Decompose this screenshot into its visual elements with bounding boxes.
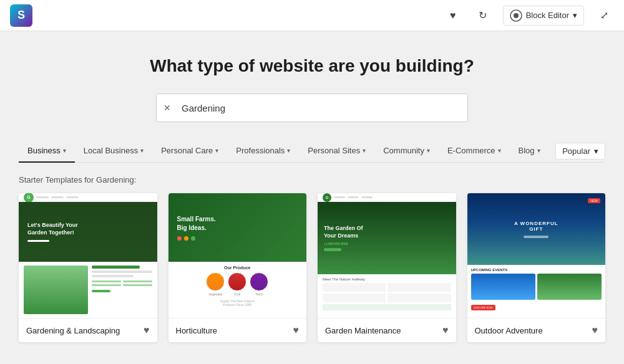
tab-business[interactable]: Business ▾ [19,140,75,163]
mock-hero-text-3: The Garden OfYour Dreams [324,225,363,239]
mock-hero-text-4: A WONDERFULGIFT [514,221,558,232]
template-thumbnail-4: NEW A WONDERFULGIFT UPCOMING EVENTS EXPL… [467,193,606,318]
template-card-2[interactable]: Small Farms.Big Ideas. Our Produce [168,193,307,342]
svg-point-1 [514,13,519,18]
chevron-down-icon: ▾ [573,11,577,20]
external-link-button[interactable]: ⤢ [594,6,614,26]
chevron-down-icon: ▾ [363,147,366,154]
chevron-down-icon: ▾ [537,147,540,154]
search-container: ✕ [156,93,468,122]
sort-dropdown[interactable]: Popular ▾ [555,143,605,160]
template-name-3: Garden Maintenance [325,326,401,335]
search-clear-button[interactable]: ✕ [163,103,171,113]
starter-templates-label: Starter Templates for Gardening: [19,175,605,184]
main-content: What type of website are you building? ✕… [0,31,624,355]
template-card-2-footer: Horticulture ♥ [168,318,307,342]
mock-navbar: G [19,193,157,202]
external-link-icon: ⤢ [600,9,608,21]
chevron-down-icon: ▾ [287,147,290,154]
template-card-4[interactable]: NEW A WONDERFULGIFT UPCOMING EVENTS EXPL… [467,193,606,342]
tab-personal-care[interactable]: Personal Care ▾ [152,140,227,163]
template-card-4-footer: Outdoor Adventure ♥ [467,318,606,342]
topbar: S ♥ ↻ Block Editor ▾ ⤢ [0,0,624,31]
template-thumbnail-3: G The Garden OfYour Dreams +1-800-555-80… [318,193,456,318]
template-card-3-footer: Garden Maintenance ♥ [318,318,456,342]
tab-local-business[interactable]: Local Business ▾ [75,140,152,163]
tab-personal-sites-label: Personal Sites [308,146,360,155]
tab-business-label: Business [27,146,61,155]
heart-icon: ♥ [450,10,456,21]
sort-chevron-icon: ▾ [594,146,598,156]
clear-icon: ✕ [163,103,171,113]
app-logo[interactable]: S [10,4,32,27]
mock-hero-text: Let's Beautify YourGarden Together! [27,222,78,236]
refresh-button[interactable]: ↻ [473,6,493,26]
template-thumbnail-2: Small Farms.Big Ideas. Our Produce [168,193,307,318]
tab-local-business-label: Local Business [84,146,138,155]
tab-personal-care-label: Personal Care [161,146,213,155]
tab-professionals-label: Professionals [236,146,285,155]
tab-professionals[interactable]: Professionals ▾ [227,140,299,163]
tab-ecommerce[interactable]: E-Commerce ▾ [439,140,510,163]
template-card-1[interactable]: G Let's Beautify YourGarden Together! [19,193,157,342]
heart-icon: ♥ [293,325,300,336]
chevron-down-icon: ▾ [498,147,501,154]
template-card-1-footer: Gardening & Landscaping ♥ [19,318,157,342]
topbar-right: ♥ ↻ Block Editor ▾ ⤢ [443,6,614,26]
template-name-2: Horticulture [176,326,217,335]
chevron-down-icon: ▾ [215,147,218,154]
nav-tabs: Business ▾ Local Business ▾ Personal Car… [19,140,605,163]
template-heart-button-4[interactable]: ♥ [592,325,598,336]
chevron-down-icon: ▾ [427,147,430,154]
wordpress-icon [510,9,522,22]
tab-blog[interactable]: Blog ▾ [510,140,549,163]
template-card-3[interactable]: G The Garden OfYour Dreams +1-800-555-80… [318,193,456,342]
block-editor-label: Block Editor [526,11,569,20]
heart-icon: ♥ [442,325,449,336]
chevron-down-icon: ▾ [140,147,144,154]
tab-ecommerce-label: E-Commerce [447,146,495,155]
template-name-4: Outdoor Adventure [475,326,543,335]
nav-tabs-left: Business ▾ Local Business ▾ Personal Car… [19,140,549,162]
chevron-down-icon: ▾ [63,147,66,154]
refresh-icon: ↻ [479,9,487,21]
sort-label: Popular [562,146,590,156]
tab-community-label: Community [383,146,424,155]
template-heart-button-1[interactable]: ♥ [144,325,150,336]
template-thumbnail-1: G Let's Beautify YourGarden Together! [19,193,157,318]
tab-personal-sites[interactable]: Personal Sites ▾ [299,140,374,163]
mock-hero-text-2: Small Farms.Big Ideas. [177,215,216,232]
template-heart-button-2[interactable]: ♥ [293,325,300,336]
tab-community[interactable]: Community ▾ [374,140,439,163]
template-name-1: Gardening & Landscaping [26,326,120,335]
heart-icon: ♥ [592,325,598,336]
tab-blog-label: Blog [519,146,535,155]
page-title: What type of website are you building? [150,56,474,76]
heart-button[interactable]: ♥ [443,6,463,26]
heart-icon: ♥ [144,325,150,336]
template-grid: G Let's Beautify YourGarden Together! [19,193,605,342]
block-editor-button[interactable]: Block Editor ▾ [503,6,584,26]
search-input[interactable] [156,93,468,122]
template-heart-button-3[interactable]: ♥ [442,325,449,336]
